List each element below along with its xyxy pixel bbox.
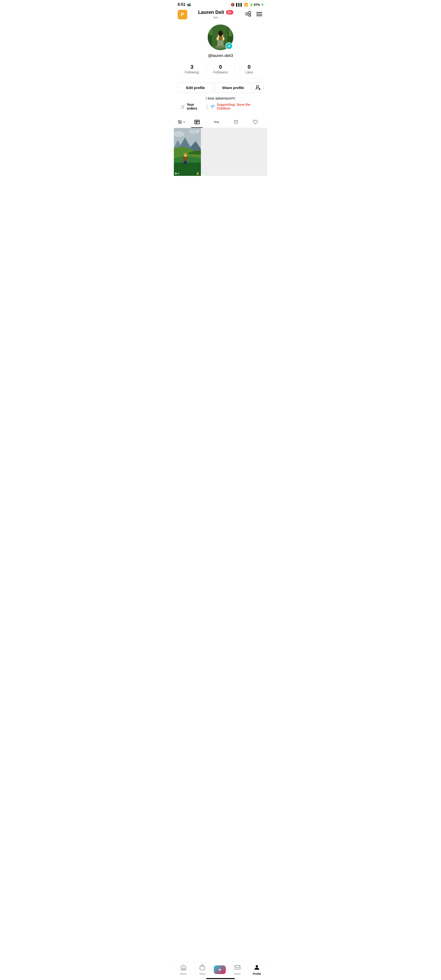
video-tile-1[interactable]: 🖼 ▶ 0 🔒 bbox=[174, 128, 201, 176]
status-time: 6:51 bbox=[178, 2, 186, 7]
play-count-1: ▶ 0 bbox=[175, 172, 179, 175]
charity-link[interactable]: 💎 Supporting: Save the Children bbox=[208, 103, 263, 110]
action-buttons: Edit profile Share profile bbox=[178, 82, 263, 93]
profile-section: + @lauren.deli3 3 Following 0 Followers … bbox=[174, 22, 267, 116]
svg-rect-52 bbox=[182, 968, 184, 970]
tabs-row bbox=[174, 116, 267, 128]
mute-icon: 🔕 bbox=[231, 3, 235, 6]
add-icon: + bbox=[218, 966, 222, 973]
svg-point-27 bbox=[179, 121, 180, 123]
likes-count: 0 bbox=[235, 64, 263, 70]
orders-link[interactable]: 🛒 Your orders bbox=[178, 103, 206, 110]
content-spacer bbox=[174, 176, 267, 224]
following-stat[interactable]: 3 Following bbox=[178, 62, 206, 78]
svg-point-16 bbox=[218, 30, 223, 36]
creator-tools-button[interactable] bbox=[244, 10, 252, 19]
profile-icon bbox=[254, 964, 260, 971]
svg-rect-10 bbox=[228, 25, 232, 36]
private-icon: 🔒 bbox=[196, 172, 200, 175]
following-label: Following bbox=[185, 70, 199, 74]
username-title: Lauren Deli 9+ bbox=[187, 10, 244, 15]
svg-rect-17 bbox=[217, 37, 219, 40]
share-profile-button[interactable]: Share profile bbox=[215, 82, 251, 93]
video-bottom-bar-1: ▶ 0 🔒 bbox=[174, 171, 201, 176]
likes-label: Likes bbox=[245, 70, 253, 74]
play-icon: ▶ bbox=[175, 172, 177, 175]
menu-button[interactable] bbox=[255, 10, 263, 19]
profile-handle: @lauren.deli3 bbox=[208, 53, 233, 58]
svg-rect-14 bbox=[219, 36, 222, 40]
svg-rect-53 bbox=[200, 966, 205, 970]
followers-count: 0 bbox=[206, 64, 235, 70]
tab-liked[interactable] bbox=[246, 116, 265, 127]
home-icon bbox=[180, 964, 187, 971]
notification-badge[interactable]: 9+ bbox=[226, 10, 233, 14]
nav-profile[interactable]: Profile bbox=[249, 964, 265, 975]
filter-tab[interactable] bbox=[176, 117, 187, 127]
status-icons: 🔕 ▌▌▌ 📶 🔋87% bbox=[231, 3, 263, 6]
svg-rect-50 bbox=[184, 162, 185, 164]
stats-row: 3 Following 0 Followers 0 Likes bbox=[178, 62, 263, 78]
avatar-container: + bbox=[207, 24, 234, 51]
svg-point-20 bbox=[256, 86, 259, 88]
play-number: 0 bbox=[178, 172, 179, 175]
svg-point-26 bbox=[178, 120, 179, 121]
svg-rect-51 bbox=[186, 162, 187, 164]
svg-rect-33 bbox=[236, 121, 236, 123]
svg-rect-8 bbox=[209, 26, 212, 35]
nav-profile-label: Profile bbox=[253, 972, 261, 975]
nav-shop-label: Shop bbox=[199, 972, 205, 975]
tab-videos[interactable] bbox=[187, 116, 207, 127]
followers-label: Followers bbox=[213, 70, 228, 74]
nav-inbox[interactable]: Inbox bbox=[230, 964, 244, 975]
add-photo-button[interactable]: + bbox=[225, 42, 233, 49]
p-badge[interactable]: P bbox=[178, 10, 187, 19]
add-friend-button[interactable] bbox=[253, 82, 263, 93]
top-nav: P Lauren Deli 9+ her bbox=[174, 8, 267, 22]
tab-reposts[interactable] bbox=[207, 116, 227, 127]
shop-icon bbox=[199, 964, 205, 971]
svg-point-19 bbox=[215, 46, 226, 49]
tab-tagged[interactable] bbox=[226, 116, 246, 127]
video-icon: 📹 bbox=[187, 3, 191, 6]
nav-home-label: Home bbox=[180, 972, 187, 975]
pronoun: her bbox=[187, 16, 244, 19]
charity-text: Supporting: Save the Children bbox=[217, 103, 260, 110]
bottom-indicator bbox=[206, 978, 235, 979]
username-text: Lauren Deli bbox=[198, 10, 224, 15]
bottom-nav: Home Shop + Inbox Profile bbox=[174, 962, 267, 980]
wifi-icon: 📶 bbox=[244, 3, 248, 6]
nav-add-button[interactable]: + bbox=[214, 966, 226, 974]
svg-rect-54 bbox=[235, 966, 240, 969]
svg-rect-1 bbox=[249, 11, 251, 14]
svg-point-35 bbox=[174, 131, 184, 137]
following-count: 3 bbox=[178, 64, 206, 70]
cart-icon: 🛒 bbox=[181, 104, 186, 109]
followers-stat[interactable]: 0 Followers bbox=[206, 62, 235, 78]
status-bar: 6:51 📹 🔕 ▌▌▌ 📶 🔋87% bbox=[174, 0, 267, 8]
signal-icon: ▌▌▌ bbox=[236, 3, 243, 6]
inbox-icon bbox=[234, 964, 241, 971]
bio-text: I love adventure!!!! bbox=[206, 96, 235, 100]
battery-dot bbox=[262, 3, 263, 5]
svg-rect-0 bbox=[246, 13, 248, 15]
svg-rect-32 bbox=[196, 123, 197, 123]
svg-rect-2 bbox=[249, 15, 251, 16]
orders-text: Your orders bbox=[187, 103, 203, 110]
video-grid: 🖼 ▶ 0 🔒 bbox=[174, 128, 267, 176]
svg-point-55 bbox=[255, 965, 258, 967]
links-row: 🛒 Your orders | 💎 Supporting: Save the C… bbox=[178, 103, 263, 110]
nav-icons bbox=[244, 10, 263, 19]
svg-rect-18 bbox=[223, 37, 225, 40]
battery-icon: 🔋87% bbox=[249, 3, 260, 6]
nav-home[interactable]: Home bbox=[176, 964, 191, 975]
nav-inbox-label: Inbox bbox=[234, 972, 241, 975]
svg-point-49 bbox=[183, 153, 187, 155]
image-icon: 🖼 bbox=[197, 129, 200, 133]
username-area: Lauren Deli 9+ her bbox=[187, 10, 244, 19]
likes-stat[interactable]: 0 Likes bbox=[235, 62, 263, 78]
diamond-icon: 💎 bbox=[211, 104, 215, 109]
nav-shop[interactable]: Shop bbox=[195, 964, 209, 975]
svg-point-28 bbox=[180, 123, 181, 124]
edit-profile-button[interactable]: Edit profile bbox=[178, 82, 213, 93]
